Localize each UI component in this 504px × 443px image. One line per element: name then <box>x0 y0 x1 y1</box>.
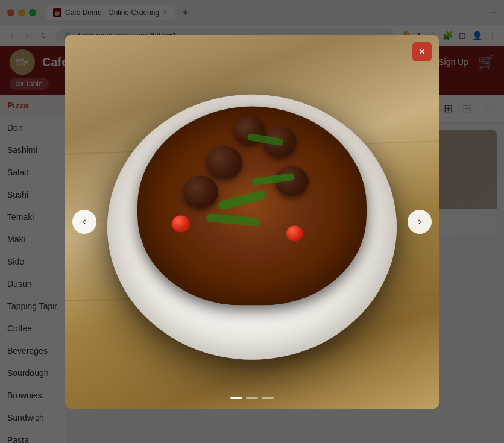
modal-prev-button[interactable]: ‹ <box>72 210 96 234</box>
dot-3 <box>262 397 274 399</box>
modal-close-button[interactable]: × <box>412 42 432 61</box>
image-modal: × ‹ › <box>65 35 439 409</box>
dot-2 <box>246 397 258 399</box>
image-modal-overlay[interactable]: × ‹ › <box>0 0 504 443</box>
modal-next-button[interactable]: › <box>408 210 432 234</box>
dot-1 <box>230 397 242 399</box>
food-base <box>137 106 367 305</box>
modal-image <box>65 35 439 409</box>
modal-dots <box>230 397 274 399</box>
